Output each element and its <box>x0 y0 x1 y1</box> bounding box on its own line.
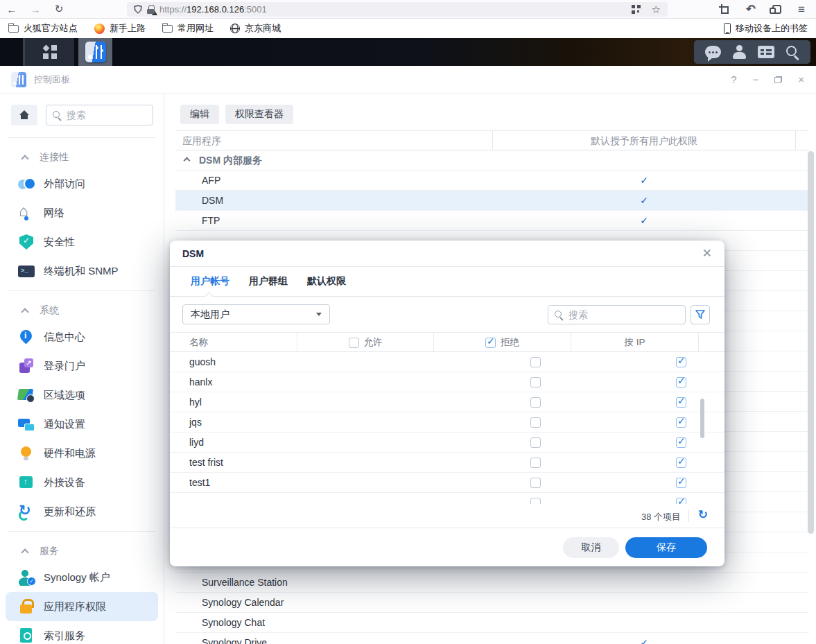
bookmark-firefox-official[interactable]: 火狐官方站点 <box>8 22 78 35</box>
table-row[interactable]: Synology Drive✓ <box>175 633 809 644</box>
column-name[interactable]: 名称 <box>189 333 208 352</box>
allow-checkbox[interactable] <box>530 417 541 428</box>
close-icon[interactable]: ✕ <box>702 247 712 259</box>
sidebar-item-terminal-snmp[interactable]: 终端机和 SNMP <box>6 256 158 286</box>
table-row[interactable]: Synology Chat <box>175 613 809 633</box>
app-launcher-button[interactable] <box>23 38 74 66</box>
bookmark-common-sites[interactable]: 常用网址 <box>162 22 214 35</box>
bookmark-star-icon[interactable]: ☆ <box>652 5 661 14</box>
back-icon[interactable]: ← <box>0 3 24 15</box>
permission-row[interactable]: test frist <box>170 453 724 473</box>
table-group-row[interactable]: DSM 内部服务 <box>175 150 809 171</box>
permission-row[interactable]: liyd <box>170 433 724 453</box>
sidebar-item-external-access[interactable]: 外部访问 <box>6 169 158 198</box>
allow-checkbox[interactable] <box>530 377 541 388</box>
help-icon[interactable]: ? <box>731 73 736 85</box>
sidebar-section-connectivity[interactable]: 连接性 <box>0 143 164 169</box>
taskbar-control-panel-button[interactable] <box>78 38 112 66</box>
column-application[interactable]: 应用程序 <box>182 131 221 150</box>
deny-checkbox[interactable] <box>676 397 686 408</box>
user-icon[interactable] <box>731 44 747 60</box>
deny-checkbox[interactable] <box>676 417 686 428</box>
permission-viewer-button[interactable]: 权限查看器 <box>225 105 293 124</box>
allow-checkbox[interactable] <box>530 498 541 504</box>
minimize-icon[interactable]: − <box>752 73 758 85</box>
allow-checkbox[interactable] <box>530 478 541 488</box>
sidebar-item-synology-account[interactable]: Synology 帐户 <box>6 563 158 592</box>
table-row[interactable]: Surveillance Station <box>175 573 809 593</box>
dialog-search-input[interactable] <box>568 309 679 320</box>
deny-checkbox[interactable] <box>676 377 686 388</box>
refresh-icon[interactable]: ↻ <box>698 507 708 522</box>
dialog-search[interactable] <box>548 305 686 324</box>
deny-all-checkbox[interactable] <box>485 338 496 348</box>
table-row[interactable]: FTP✓ <box>175 211 809 231</box>
deny-checkbox[interactable] <box>676 437 686 448</box>
permission-row[interactable]: test1 <box>170 473 724 493</box>
deny-checkbox[interactable] <box>676 498 686 504</box>
sidebar-item-regional-options[interactable]: 区域选项 <box>6 381 158 410</box>
permission-row[interactable]: hyl <box>170 392 724 412</box>
sidebar-item-security[interactable]: 安全性 <box>6 227 158 256</box>
sidebar-item-network[interactable]: 网络 <box>6 198 158 227</box>
sidebar-section-services[interactable]: 服务 <box>0 537 164 563</box>
forward-icon[interactable]: → <box>24 3 47 15</box>
permission-row[interactable]: guosh <box>170 352 724 372</box>
widgets-icon[interactable] <box>758 46 774 58</box>
deny-checkbox[interactable] <box>676 478 686 488</box>
lock-warning-icon[interactable] <box>147 5 155 14</box>
dialog-scrollbar[interactable] <box>700 399 704 438</box>
tab-default-privileges[interactable]: 默认权限 <box>307 275 346 288</box>
permission-row[interactable]: hanlx <box>170 372 724 392</box>
sidebar-section-system[interactable]: 系统 <box>0 296 164 322</box>
allow-checkbox[interactable] <box>530 458 541 468</box>
sidebar-item-external-devices[interactable]: 外接设备 <box>6 468 158 497</box>
deny-checkbox[interactable] <box>676 458 686 468</box>
sidebar-item-update-restore[interactable]: 更新和还原 <box>6 497 158 526</box>
restore-icon[interactable] <box>774 76 782 83</box>
qr-code-icon[interactable] <box>632 5 641 14</box>
deny-checkbox[interactable] <box>676 357 686 367</box>
allow-all-checkbox[interactable] <box>349 338 359 348</box>
home-button[interactable] <box>11 105 37 125</box>
cancel-button[interactable]: 取消 <box>563 537 619 558</box>
allow-checkbox[interactable] <box>530 397 541 408</box>
sidebar-item-hardware-power[interactable]: 硬件和电源 <box>6 439 158 468</box>
permission-row[interactable] <box>170 493 724 504</box>
sidebar-item-login-portal[interactable]: 登录门户 <box>6 351 158 381</box>
user-type-select[interactable]: 本地用户 <box>182 304 330 324</box>
chat-icon[interactable] <box>705 46 721 58</box>
filter-button[interactable] <box>691 305 710 324</box>
address-bar[interactable]: https://192.168.0.126:5001 ☆ <box>127 2 668 17</box>
edit-button[interactable]: 编辑 <box>180 105 219 124</box>
bookmark-jd-mall[interactable]: 京东商城 <box>230 22 281 35</box>
search-input[interactable] <box>67 110 146 121</box>
bookmark-mobile-bookmarks[interactable]: 移动设备上的书签 <box>724 22 808 35</box>
tab-user-groups[interactable]: 用户群组 <box>249 275 288 288</box>
close-icon[interactable]: × <box>798 73 804 85</box>
extensions-icon[interactable] <box>772 5 781 14</box>
bookmark-getting-started[interactable]: 新手上路 <box>94 22 146 35</box>
search-icon[interactable] <box>785 44 800 60</box>
table-row[interactable]: Synology Calendar <box>175 593 809 613</box>
main-scrollbar[interactable] <box>808 151 814 534</box>
sidebar-item-notification[interactable]: 通知设置 <box>6 410 158 439</box>
sidebar-item-app-privileges[interactable]: 应用程序权限 <box>6 592 158 621</box>
menu-icon[interactable]: ≡ <box>798 4 805 15</box>
screenshot-icon[interactable] <box>719 4 729 15</box>
tracking-shield-icon[interactable] <box>134 5 142 14</box>
reload-icon[interactable]: ↻ <box>47 3 71 15</box>
sidebar-search[interactable] <box>46 105 153 125</box>
allow-checkbox[interactable] <box>530 357 541 367</box>
undo-icon[interactable]: ↶ <box>746 4 756 15</box>
firefox-icon <box>94 24 105 34</box>
permission-row[interactable]: jqs <box>170 412 724 433</box>
tab-user-accounts[interactable]: 用户帐号 <box>191 275 229 288</box>
table-row[interactable]: AFP✓ <box>175 171 809 191</box>
allow-checkbox[interactable] <box>530 437 541 448</box>
save-button[interactable]: 保存 <box>625 537 707 558</box>
sidebar-item-info-center[interactable]: 信息中心 <box>6 322 158 351</box>
sidebar-item-indexing-service[interactable]: 索引服务 <box>6 621 158 644</box>
table-row[interactable]: DSM✓ <box>175 191 809 211</box>
column-default-grant[interactable]: 默认授予所有用户此权限 <box>492 131 796 150</box>
